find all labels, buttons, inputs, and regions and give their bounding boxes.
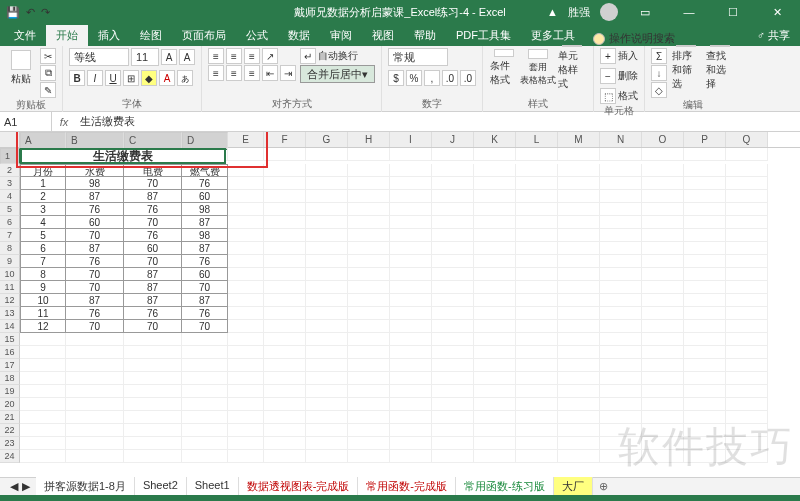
cell[interactable] (558, 372, 600, 385)
cell[interactable] (264, 450, 306, 463)
cell[interactable] (20, 372, 66, 385)
cell[interactable] (20, 385, 66, 398)
cell[interactable] (390, 450, 432, 463)
cell[interactable] (306, 294, 348, 307)
fill-icon[interactable]: ↓ (651, 65, 667, 81)
align-mid-icon[interactable]: ≡ (226, 48, 242, 64)
cell[interactable] (474, 294, 516, 307)
col-header[interactable]: E (228, 132, 264, 147)
col-header[interactable]: P (684, 132, 726, 147)
cell[interactable] (306, 333, 348, 346)
cell[interactable] (348, 148, 390, 161)
cell[interactable] (228, 148, 264, 161)
cell[interactable] (264, 229, 306, 242)
cell[interactable] (348, 450, 390, 463)
cell[interactable] (474, 242, 516, 255)
row-header[interactable]: 22 (0, 424, 20, 437)
cell[interactable] (306, 450, 348, 463)
cell[interactable] (516, 294, 558, 307)
cell[interactable] (726, 229, 768, 242)
cell[interactable] (228, 333, 264, 346)
tab-PDF工具集[interactable]: PDF工具集 (446, 25, 521, 46)
col-header[interactable]: M (558, 132, 600, 147)
align-top-icon[interactable]: ≡ (208, 48, 224, 64)
cell[interactable] (600, 359, 642, 372)
col-header[interactable]: Q (726, 132, 768, 147)
sheet-tab[interactable]: 常用函数-练习版 (456, 477, 554, 496)
cell[interactable] (474, 398, 516, 411)
cell[interactable]: 70 (124, 177, 182, 190)
cell[interactable] (124, 437, 182, 450)
cell[interactable] (66, 411, 124, 424)
cell[interactable] (516, 268, 558, 281)
cell[interactable] (390, 177, 432, 190)
underline-button[interactable]: U (105, 70, 121, 86)
cell[interactable] (558, 424, 600, 437)
cell[interactable] (306, 242, 348, 255)
cell[interactable] (558, 281, 600, 294)
cell[interactable] (726, 281, 768, 294)
col-header[interactable]: N (600, 132, 642, 147)
percent-icon[interactable]: % (406, 70, 422, 86)
cell[interactable] (348, 216, 390, 229)
cell[interactable] (474, 372, 516, 385)
cell[interactable] (726, 268, 768, 281)
cell[interactable] (600, 281, 642, 294)
cell[interactable] (264, 398, 306, 411)
cell[interactable] (306, 268, 348, 281)
paste-button[interactable]: 粘贴 (6, 48, 36, 88)
row-header[interactable]: 21 (0, 411, 20, 424)
delete-button[interactable]: 删除 (618, 69, 638, 83)
cell[interactable]: 70 (124, 216, 182, 229)
cell[interactable] (684, 190, 726, 203)
phonetic-icon[interactable]: ぁ (177, 70, 193, 86)
row-header[interactable]: 16 (0, 346, 20, 359)
cell[interactable] (306, 164, 348, 177)
cell[interactable] (684, 164, 726, 177)
cell[interactable] (474, 281, 516, 294)
cell[interactable] (264, 148, 306, 161)
cell[interactable] (264, 437, 306, 450)
cell[interactable] (348, 346, 390, 359)
row-header[interactable]: 11 (0, 281, 20, 294)
cell[interactable] (20, 359, 66, 372)
cell[interactable] (390, 359, 432, 372)
autosum-icon[interactable]: Σ (651, 48, 667, 64)
cell[interactable] (432, 320, 474, 333)
cell[interactable] (726, 203, 768, 216)
cell[interactable]: 水费 (66, 164, 124, 177)
font-size-select[interactable]: 11 (131, 48, 159, 66)
cell[interactable] (306, 359, 348, 372)
italic-button[interactable]: I (87, 70, 103, 86)
cell[interactable] (20, 450, 66, 463)
cell[interactable] (474, 177, 516, 190)
cell[interactable] (516, 148, 558, 161)
redo-icon[interactable]: ↷ (41, 6, 50, 19)
cell[interactable] (182, 437, 228, 450)
cell[interactable]: 70 (66, 281, 124, 294)
cell[interactable] (228, 450, 264, 463)
cell[interactable] (516, 216, 558, 229)
cell[interactable] (228, 164, 264, 177)
cell[interactable] (264, 411, 306, 424)
cell[interactable] (684, 229, 726, 242)
cell[interactable]: 9 (20, 281, 66, 294)
cell[interactable] (558, 450, 600, 463)
cell[interactable]: 70 (182, 281, 228, 294)
cell[interactable] (558, 229, 600, 242)
comma-icon[interactable]: , (424, 70, 440, 86)
cell[interactable] (264, 385, 306, 398)
tab-绘图[interactable]: 绘图 (130, 25, 172, 46)
cell[interactable] (390, 148, 432, 161)
select-all-corner[interactable] (0, 132, 20, 147)
cell[interactable] (516, 333, 558, 346)
cell[interactable] (390, 437, 432, 450)
cell[interactable] (642, 294, 684, 307)
cell[interactable] (516, 190, 558, 203)
cell[interactable] (264, 333, 306, 346)
cell[interactable] (264, 255, 306, 268)
cell[interactable]: 60 (124, 242, 182, 255)
col-header[interactable]: G (306, 132, 348, 147)
cell[interactable] (558, 333, 600, 346)
cell[interactable] (228, 229, 264, 242)
